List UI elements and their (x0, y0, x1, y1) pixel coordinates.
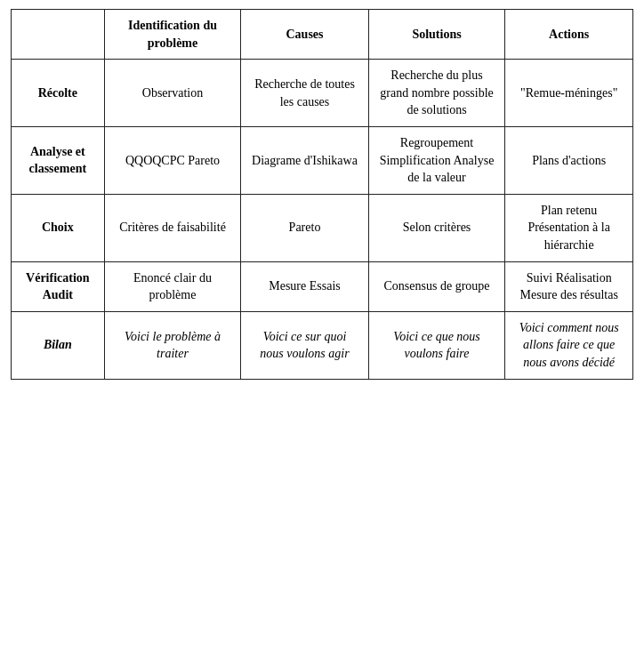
row-header: Analyse et classement (12, 126, 105, 194)
header-solutions: Solutions (368, 10, 505, 60)
cell-solutions: Selon critères (368, 194, 505, 261)
cell-causes: Diagrame d'Ishikawa (241, 126, 368, 194)
table-row: Analyse et classementQQOQCPC ParetoDiagr… (12, 126, 633, 194)
cell-actions: Plans d'actions (505, 126, 633, 194)
cell-identification: Enoncé clair du problème (104, 261, 241, 311)
table-row: BilanVoici le problème à traiterVoici ce… (12, 311, 633, 379)
cell-solutions: Consensus de groupe (368, 261, 505, 311)
cell-actions: Voici comment nous allons faire ce que n… (505, 311, 633, 379)
cell-identification: Critères de faisabilité (104, 194, 241, 261)
row-header: Choix (12, 194, 105, 261)
cell-solutions: Voici ce que nous voulons faire (368, 311, 505, 379)
cell-actions: Suivi Réalisation Mesure des résultas (505, 261, 633, 311)
cell-identification: QQOQCPC Pareto (104, 126, 241, 194)
cell-identification: Voici le problème à traiter (104, 311, 241, 379)
cell-solutions: Recherche du plus grand nombre possible … (368, 60, 505, 127)
table-row: RécolteObservationRecherche de toutes le… (12, 60, 633, 127)
cell-identification: Observation (104, 60, 241, 127)
header-actions: Actions (505, 10, 633, 60)
header-empty (12, 10, 105, 60)
cell-actions: Plan retenu Présentation à la hiérarchie (505, 194, 633, 261)
cell-causes: Pareto (241, 194, 368, 261)
cell-actions: "Remue-méninges" (505, 60, 633, 127)
cell-causes: Recherche de toutes les causes (241, 60, 368, 127)
table-row: ChoixCritères de faisabilitéParetoSelon … (12, 194, 633, 261)
header-identification: Identification du problème (104, 10, 241, 60)
table-row: Vérification AuditEnoncé clair du problè… (12, 261, 633, 311)
row-header: Récolte (12, 60, 105, 127)
row-header: Bilan (12, 311, 105, 379)
row-header: Vérification Audit (12, 261, 105, 311)
cell-causes: Voici ce sur quoi nous voulons agir (241, 311, 368, 379)
header-causes: Causes (241, 10, 368, 60)
cell-solutions: Regroupement Simplification Analyse de l… (368, 126, 505, 194)
cell-causes: Mesure Essais (241, 261, 368, 311)
main-table-container: Identification du problème Causes Soluti… (11, 9, 633, 380)
problem-analysis-table: Identification du problème Causes Soluti… (11, 9, 633, 380)
